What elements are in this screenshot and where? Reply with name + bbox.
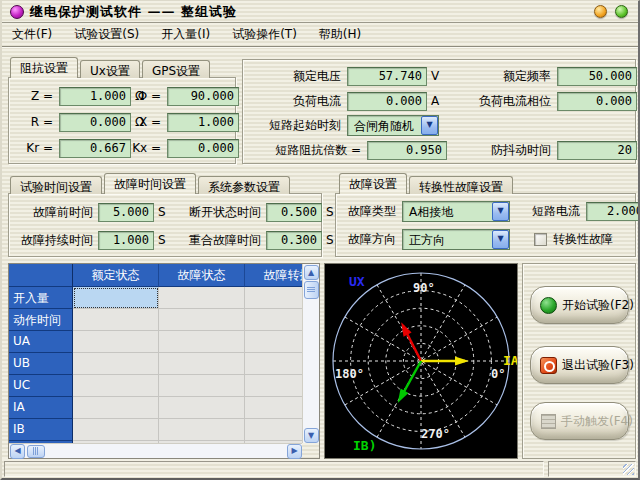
corner-header <box>9 264 73 287</box>
table-cell[interactable] <box>73 397 159 419</box>
pre-fault-input[interactable] <box>98 203 154 222</box>
rated-voltage-input[interactable] <box>347 67 427 86</box>
tab-fault-times[interactable]: 故障时间设置 <box>104 173 196 194</box>
row-header[interactable]: UC <box>9 375 73 397</box>
reclose-label: 重合故障时间 <box>173 232 261 249</box>
menu-file[interactable]: 文件(F) <box>10 24 54 45</box>
phasor-diagram: UX 90° IA 180° 0° 270° IB) <box>324 263 518 459</box>
stop-icon <box>540 357 557 374</box>
table-cell[interactable] <box>245 309 303 331</box>
kx-input[interactable] <box>167 139 239 158</box>
table-cell[interactable] <box>245 353 303 375</box>
fault-direction-dropdown[interactable]: 正方向 ▼ <box>402 229 510 250</box>
phasor-label-ib: IB) <box>353 438 376 453</box>
table-cell[interactable] <box>159 331 245 353</box>
minimize-button[interactable] <box>594 5 607 18</box>
table-cell[interactable] <box>245 331 303 353</box>
tab-ux-settings[interactable]: Ux设置 <box>80 60 140 78</box>
times-tabstrip: 试验时间设置 故障时间设置 系统参数设置 <box>10 173 292 194</box>
z-label: Z = <box>21 89 53 103</box>
sc-start-dropdown[interactable]: 合闸角随机 ▼ <box>347 115 439 136</box>
table-cell[interactable] <box>159 287 245 309</box>
table-cell[interactable] <box>245 419 303 441</box>
table-cell-selected[interactable] <box>73 287 159 309</box>
scroll-up-icon[interactable]: ▲ <box>304 265 319 280</box>
resize-grip-icon[interactable] <box>623 464 634 475</box>
table-row: IA <box>9 397 303 419</box>
fault-type-dropdown[interactable]: A相接地 ▼ <box>402 201 510 222</box>
x-input[interactable] <box>167 113 239 132</box>
table-cell[interactable] <box>245 375 303 397</box>
manual-trigger-button[interactable]: 手动触发(F4) <box>530 402 629 440</box>
column-header-convert[interactable]: 故障转换 <box>245 264 303 287</box>
table-cell[interactable] <box>73 375 159 397</box>
tab-fault-settings[interactable]: 故障设置 <box>339 173 407 194</box>
r-input[interactable] <box>59 113 131 132</box>
row-header[interactable]: IA <box>9 397 73 419</box>
actions-panel: 开始试验(F2) 退出试验(F3) 手动触发(F4) <box>522 263 636 459</box>
table-cell[interactable] <box>245 287 303 309</box>
table-cell[interactable] <box>73 331 159 353</box>
menu-test-operation[interactable]: 试验操作(T) <box>230 24 299 45</box>
kr-input[interactable] <box>59 139 131 158</box>
fault-type-label: 故障类型 <box>344 203 396 220</box>
table-cell[interactable] <box>159 309 245 331</box>
row-header[interactable]: 动作时间 <box>9 309 73 331</box>
tab-gps-settings[interactable]: GPS设置 <box>142 60 210 78</box>
table-cell[interactable] <box>73 353 159 375</box>
title-bar: 继电保护测试软件 —— 整组试验 <box>2 1 638 23</box>
exit-test-button[interactable]: 退出试验(F3) <box>530 346 629 384</box>
column-header-rated[interactable]: 额定状态 <box>73 264 159 287</box>
vertical-scrollbar[interactable]: ▲ ▼ <box>302 264 319 444</box>
row-header[interactable]: 开入量 <box>9 287 73 309</box>
start-test-button[interactable]: 开始试验(F2) <box>530 286 629 324</box>
app-window: 继电保护测试软件 —— 整组试验 文件(F) 试验设置(S) 开入量(I) 试验… <box>0 0 640 480</box>
load-current-input[interactable] <box>347 92 427 111</box>
horizontal-scrollbar[interactable]: ◀ ▶ <box>9 443 303 458</box>
scroll-down-icon[interactable]: ▼ <box>304 428 319 443</box>
z-input[interactable] <box>59 87 131 106</box>
rating-panel: 额定电压 V 额定频率 Hz 负荷电流 A 负荷电流相位 ° 短路起始时刻 <box>242 59 636 164</box>
table-cell[interactable] <box>73 419 159 441</box>
load-phase-input[interactable] <box>557 92 637 111</box>
vertical-scroll-thumb[interactable] <box>304 281 319 299</box>
fault-duration-input[interactable] <box>98 231 154 250</box>
scroll-left-icon[interactable]: ◀ <box>10 444 25 459</box>
menu-bar: 文件(F) 试验设置(S) 开入量(I) 试验操作(T) 帮助(H) <box>2 23 638 47</box>
tab-impedance-settings[interactable]: 阻抗设置 <box>10 57 78 78</box>
chevron-down-icon[interactable]: ▼ <box>421 116 438 135</box>
menu-input-quantity[interactable]: 开入量(I) <box>159 24 212 45</box>
tab-system-params[interactable]: 系统参数设置 <box>198 176 290 194</box>
table-cell[interactable] <box>73 309 159 331</box>
row-header[interactable]: IB <box>9 419 73 441</box>
table-row: UB <box>9 353 303 375</box>
chevron-down-icon[interactable]: ▼ <box>492 202 509 221</box>
table-cell[interactable] <box>159 397 245 419</box>
rated-frequency-input[interactable] <box>557 67 637 86</box>
sc-multiple-input[interactable] <box>367 141 447 160</box>
load-current-label: 负荷电流 <box>249 93 341 110</box>
pre-fault-unit: S <box>158 205 166 219</box>
column-header-fault[interactable]: 故障状态 <box>159 264 245 287</box>
convert-fault-checkbox[interactable] <box>534 233 547 246</box>
row-header[interactable]: UA <box>9 331 73 353</box>
row-header[interactable]: UB <box>9 353 73 375</box>
app-icon <box>10 5 24 19</box>
open-state-input[interactable] <box>266 203 322 222</box>
phi-input[interactable] <box>167 87 239 106</box>
close-button[interactable] <box>615 5 628 18</box>
tab-test-times[interactable]: 试验时间设置 <box>10 176 102 194</box>
horizontal-scroll-thumb[interactable] <box>27 445 45 458</box>
table-cell[interactable] <box>245 397 303 419</box>
reclose-input[interactable] <box>266 231 322 250</box>
menu-test-settings[interactable]: 试验设置(S) <box>72 24 141 45</box>
table-cell[interactable] <box>159 419 245 441</box>
sc-current-input[interactable] <box>586 202 640 221</box>
tab-convert-fault-settings[interactable]: 转换性故障设置 <box>409 176 513 194</box>
scroll-right-icon[interactable]: ▶ <box>287 444 302 459</box>
debounce-input[interactable] <box>557 141 637 160</box>
menu-help[interactable]: 帮助(H) <box>317 24 363 45</box>
table-cell[interactable] <box>159 375 245 397</box>
chevron-down-icon[interactable]: ▼ <box>492 230 509 249</box>
table-cell[interactable] <box>159 353 245 375</box>
